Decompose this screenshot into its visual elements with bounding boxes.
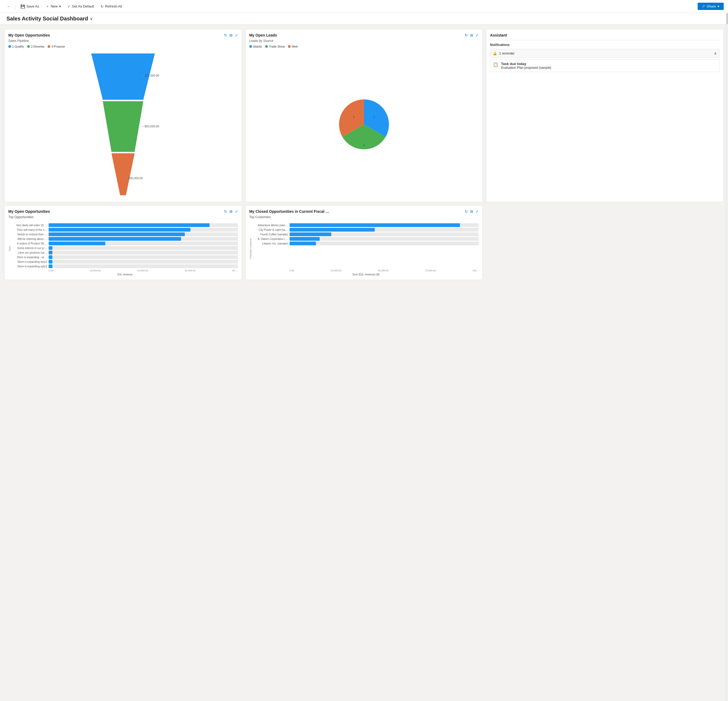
legend-dot-tradeshow <box>265 45 268 48</box>
closed-bar-label-2: Fourth Coffee (sample) <box>253 233 288 236</box>
reminder-chevron-icon: ∧ <box>714 51 717 55</box>
legend-label-tradeshow: Trade Show <box>269 45 285 48</box>
bar-track-6 <box>49 251 238 254</box>
bar-label-5: Some interest in our pr… <box>12 247 47 250</box>
scrollbar-track[interactable] <box>726 13 728 284</box>
new-button[interactable]: ＋ New ▾ <box>43 3 64 10</box>
closed-x-tick-2: 50,000.00 <box>378 269 389 272</box>
save-as-button[interactable]: 💾 Save As <box>18 3 42 10</box>
pie-container: 1 1 1 <box>249 51 479 198</box>
card-header-opps: My Open Opportunities ↻ ⊞ ⤢ <box>8 33 238 38</box>
legend-web: Web <box>288 45 298 48</box>
card-actions-leads: ↻ ⊞ ⤢ <box>465 33 479 38</box>
bar-track-4 <box>49 241 238 245</box>
card-assistant: Assistant Notifications 🔔 1 reminder ∧ 📋… <box>486 29 724 202</box>
card-header-leads: My Open Leads ↻ ⊞ ⤢ <box>249 33 479 38</box>
expand-opps-bar-icon[interactable]: ⤢ <box>235 209 238 214</box>
bell-icon: 🔔 <box>493 52 497 55</box>
closed-x-tick-3: 75,000.00 <box>425 269 436 272</box>
dashboard: My Open Opportunities ↻ ⊞ ⤢ Sales Pipeli… <box>0 25 728 284</box>
x-axis-label-opps: Est. revenue <box>12 273 238 276</box>
expand-leads-icon[interactable]: ⤢ <box>475 33 479 38</box>
refresh-button[interactable]: ↻ Refresh All <box>98 3 125 10</box>
reminder-left: 🔔 1 reminder <box>493 52 514 55</box>
bar-label-3: Will be ordering about … <box>12 237 47 240</box>
card-title-assistant: Assistant <box>490 33 507 38</box>
expand-closed-icon[interactable]: ⤢ <box>475 209 479 214</box>
closed-bar-label-1: City Power & Light (sa… <box>253 228 288 231</box>
table-leads-icon[interactable]: ⊞ <box>470 33 473 38</box>
back-button[interactable]: ← <box>4 3 13 10</box>
plus-icon: ＋ <box>46 4 49 9</box>
pie-svg: 1 1 1 <box>334 95 394 154</box>
page-title: Sales Activity Social Dashboard <box>6 16 88 22</box>
closed-bar-track-3 <box>290 237 479 241</box>
closed-bar-track-0 <box>290 223 479 227</box>
bar-fill-8 <box>49 260 52 264</box>
card-actions-closed: ↻ ⊞ ⤢ <box>465 209 479 214</box>
legend-dot-blank <box>249 45 252 48</box>
reminder-label: 1 reminder <box>499 52 514 55</box>
refresh-chart-icon[interactable]: ↻ <box>224 33 227 38</box>
card-actions-opps-bar: ↻ ⊞ ⤢ <box>224 209 238 214</box>
closed-bar-fill-1 <box>290 228 375 231</box>
table-view-icon[interactable]: ⊞ <box>230 33 233 38</box>
card-open-opps-bar: My Open Opportunities ↻ ⊞ ⤢ Top Opportun… <box>4 205 242 280</box>
bar-row-4: 6 orders of Product SK… <box>12 241 238 245</box>
legend-dot-qualify <box>8 45 11 48</box>
legend-label-develop: 2-Develop <box>31 45 44 48</box>
closed-bar-fill-0 <box>290 223 460 227</box>
bar-fill-5 <box>49 246 52 250</box>
table-opps-bar-icon[interactable]: ⊞ <box>230 209 233 214</box>
bar-row-2: Needs to restock their … <box>12 233 238 236</box>
legend-tradeshow: Trade Show <box>265 45 285 48</box>
bar-label-2: Needs to restock their … <box>12 233 47 236</box>
closed-bar-label-3: A. Datum Corporation (… <box>253 237 288 240</box>
card-actions-opps: ↻ ⊞ ⤢ <box>224 33 238 38</box>
bar-row-9: Store is expanding opty3 <box>12 265 238 268</box>
table-closed-icon[interactable]: ⊞ <box>470 209 473 214</box>
bar-fill-4 <box>49 241 105 245</box>
refresh-opps-bar-icon[interactable]: ↻ <box>224 209 227 214</box>
new-chevron-icon: ▾ <box>59 4 61 8</box>
closed-x-tick-1: 25,000.00 <box>331 269 341 272</box>
bar-track-2 <box>49 233 238 236</box>
share-icon: ↗ <box>702 4 705 8</box>
card-title-closed: My Closed Opportunities in Current Fisca… <box>249 209 329 214</box>
bar-label-8: Store is expanding opty2 <box>12 260 47 263</box>
refresh-closed-icon[interactable]: ↻ <box>465 209 468 214</box>
refresh-icon: ↻ <box>100 4 104 9</box>
page-header: Sales Activity Social Dashboard ∨ <box>0 13 728 25</box>
set-default-button[interactable]: ✓ Set As Default <box>65 3 97 10</box>
bar-label-6: Likes our products (sa… <box>12 251 47 254</box>
task-row: 📋 Task due today Evaluation Plan propose… <box>490 59 720 72</box>
expand-icon[interactable]: ⤢ <box>235 33 238 38</box>
notifications-title: Notifications <box>490 43 720 47</box>
x-tick-0: 0.00 <box>49 269 53 272</box>
closed-bar-fill-2 <box>290 233 331 236</box>
reminder-row[interactable]: 🔔 1 reminder ∧ <box>490 49 720 58</box>
card-closed-opps: My Closed Opportunities in Current Fisca… <box>245 205 483 280</box>
bar-fill-0 <box>49 223 209 227</box>
bar-row-7: Store is expanding - se… <box>12 255 238 259</box>
share-button[interactable]: ↗ Share ▾ <box>698 3 724 10</box>
bar-fill-6 <box>49 251 52 254</box>
closed-x-tick-4: 100… <box>472 269 479 272</box>
page-title-chevron-icon[interactable]: ∨ <box>90 16 93 21</box>
share-label: Share <box>706 4 716 8</box>
bar-row-5: Some interest in our pr… <box>12 246 238 250</box>
x-tick-2: 20,000.00 <box>137 269 148 272</box>
scrollbar-thumb <box>727 13 728 24</box>
x-tick-1: 10,000.00 <box>90 269 101 272</box>
y-axis-label-closed: Potential Customer <box>249 221 252 276</box>
refresh-leads-icon[interactable]: ↻ <box>465 33 468 38</box>
funnel-stage-propose <box>111 153 134 195</box>
funnel-svg: $25,000.00 $55,000.00 $36,000.00 <box>85 53 161 198</box>
card-open-leads: My Open Leads ↻ ⊞ ⤢ Leads by Source (bla… <box>245 29 483 202</box>
bar-track-9 <box>49 265 238 268</box>
bar-row-0: Very likely will order 18 … <box>12 223 238 227</box>
closed-x-tick-0: 0.00 <box>290 269 295 272</box>
bar-chart-closed: Adventure Works (sam… City Power & Light… <box>253 223 479 268</box>
task-description: Evaluation Plan proposed (sample) <box>501 66 551 69</box>
toolbar-divider-1 <box>15 3 16 10</box>
